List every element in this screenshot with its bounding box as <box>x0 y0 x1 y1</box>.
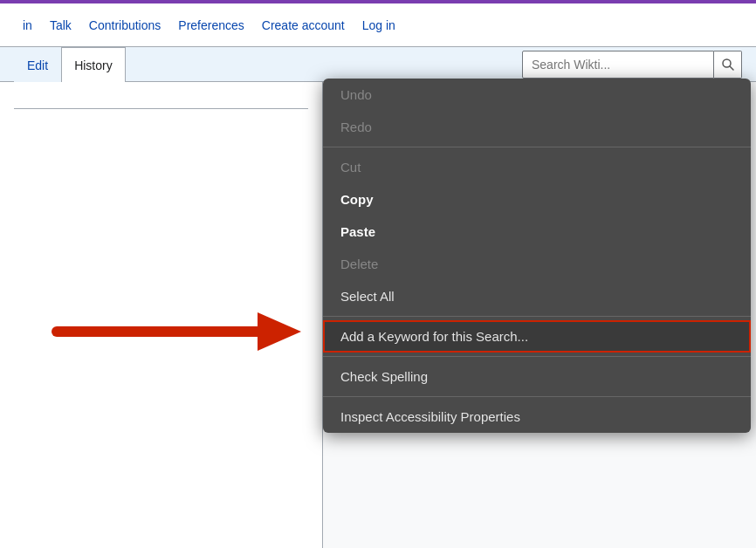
arrow-icon <box>48 305 310 358</box>
menu-item-paste[interactable]: Paste <box>323 216 751 248</box>
search-input[interactable] <box>522 51 714 79</box>
svg-marker-3 <box>258 312 301 351</box>
menu-item-copy[interactable]: Copy <box>323 183 751 216</box>
menu-item-check-spelling[interactable]: Check Spelling <box>323 360 751 393</box>
menu-separator-4 <box>323 396 751 397</box>
search-button[interactable] <box>714 51 742 79</box>
menu-separator-2 <box>323 316 751 317</box>
menu-item-add-keyword[interactable]: Add a Keyword for this Search... <box>323 320 751 353</box>
nav-link-login[interactable]: Log in <box>354 18 404 32</box>
arrow-container <box>48 305 310 358</box>
tab-edit[interactable]: Edit <box>14 47 61 82</box>
svg-line-1 <box>730 66 733 70</box>
menu-separator-1 <box>323 147 751 147</box>
menu-item-redo[interactable]: Redo <box>323 111 751 143</box>
nav-bar: in Talk Contributions Preferences Create… <box>0 3 756 47</box>
menu-item-delete[interactable]: Delete <box>323 248 751 280</box>
tab-history[interactable]: History <box>61 47 126 82</box>
menu-item-inspect-accessibility[interactable]: Inspect Accessibility Properties <box>323 401 751 433</box>
menu-separator-3 <box>323 356 751 357</box>
menu-item-cut[interactable]: Cut <box>323 151 751 183</box>
nav-link-preferences[interactable]: Preferences <box>169 18 252 32</box>
content-divider <box>14 108 308 109</box>
menu-item-select-all[interactable]: Select All <box>323 280 751 312</box>
nav-link-create-account[interactable]: Create account <box>253 18 354 32</box>
nav-link-contributions[interactable]: Contributions <box>80 18 170 32</box>
nav-link-talk[interactable]: Talk <box>41 18 80 32</box>
nav-links: in Talk Contributions Preferences Create… <box>14 18 742 32</box>
search-icon <box>721 58 735 72</box>
menu-item-undo[interactable]: Undo <box>323 79 751 111</box>
search-container <box>522 47 742 81</box>
tab-bar: Edit History <box>0 47 756 82</box>
context-menu: Undo Redo Cut Copy Paste Delete Select A… <box>323 79 751 433</box>
nav-link-in[interactable]: in <box>14 18 41 32</box>
